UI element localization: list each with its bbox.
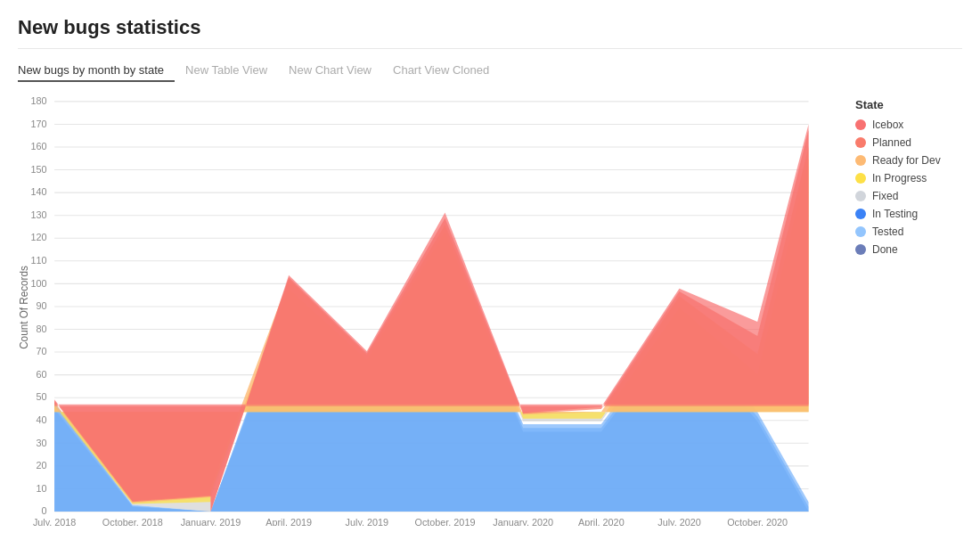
svg-text:120: 120 (30, 233, 46, 243)
tab-bar: New bugs by month by state New Table Vie… (18, 60, 962, 82)
legend-dot-planned (855, 137, 866, 148)
svg-text:130: 130 (30, 209, 46, 220)
svg-text:30: 30 (36, 438, 46, 448)
legend-item-in-testing: In Testing (855, 208, 953, 220)
tab-new-chart-view[interactable]: New Chart View (278, 60, 382, 82)
legend-dot-ready-for-dev (855, 155, 866, 166)
page-title: New bugs statistics (18, 16, 962, 49)
svg-text:80: 80 (36, 324, 46, 334)
legend-dot-tested (855, 226, 866, 237)
svg-text:110: 110 (30, 255, 46, 266)
svg-text:40: 40 (36, 414, 46, 425)
svg-text:180: 180 (30, 95, 46, 106)
legend-dot-fixed (855, 191, 866, 201)
legend-label-tested: Tested (872, 225, 903, 238)
legend-label-ready-for-dev: Ready for Dev (872, 154, 941, 167)
svg-text:January, 2020: January, 2020 (493, 517, 553, 526)
legend-label-icebox: Icebox (872, 119, 903, 131)
chart-legend: State Icebox Planned Ready for Dev In Pr… (837, 89, 962, 526)
legend-label-in-progress: In Progress (872, 172, 927, 184)
chart-svg: 0 10 20 30 40 50 60 70 80 90 100 110 120… (18, 89, 837, 526)
svg-text:100: 100 (30, 278, 46, 289)
svg-text:160: 160 (30, 141, 46, 152)
svg-text:10: 10 (36, 483, 46, 494)
chart-area: 0 10 20 30 40 50 60 70 80 90 100 110 120… (18, 89, 962, 526)
svg-text:170: 170 (30, 119, 46, 129)
svg-text:July, 2019: July, 2019 (346, 517, 388, 526)
svg-text:July, 2020: July, 2020 (657, 517, 700, 526)
legend-dot-in-testing (855, 209, 866, 219)
svg-text:October, 2020: October, 2020 (727, 517, 788, 526)
svg-text:July, 2018: July, 2018 (33, 517, 76, 526)
svg-text:140: 140 (30, 186, 46, 197)
legend-item-fixed: Fixed (855, 190, 953, 202)
svg-text:April, 2020: April, 2020 (578, 517, 625, 526)
svg-text:January, 2019: January, 2019 (181, 517, 241, 526)
legend-dot-icebox (855, 119, 866, 130)
svg-text:20: 20 (36, 460, 46, 471)
legend-item-ready-for-dev: Ready for Dev (855, 154, 953, 167)
legend-item-in-progress: In Progress (855, 172, 953, 184)
svg-text:0: 0 (41, 505, 46, 516)
legend-dot-done (855, 244, 866, 255)
svg-text:90: 90 (36, 300, 46, 311)
svg-text:April, 2019: April, 2019 (265, 517, 312, 526)
legend-item-done: Done (855, 243, 953, 256)
tab-new-table-view[interactable]: New Table View (175, 60, 278, 82)
legend-label-fixed: Fixed (872, 190, 898, 202)
legend-label-planned: Planned (872, 136, 911, 149)
svg-text:50: 50 (36, 391, 46, 402)
legend-item-planned: Planned (855, 136, 953, 149)
legend-item-icebox: Icebox (855, 119, 953, 131)
chart-container: 0 10 20 30 40 50 60 70 80 90 100 110 120… (18, 89, 837, 526)
svg-text:60: 60 (36, 369, 46, 380)
legend-item-tested: Tested (855, 225, 953, 238)
tab-chart-view-cloned[interactable]: Chart View Cloned (382, 60, 500, 82)
legend-title: State (855, 98, 953, 111)
legend-dot-in-progress (855, 173, 866, 184)
legend-label-in-testing: In Testing (872, 208, 918, 220)
svg-text:70: 70 (36, 346, 46, 356)
svg-text:October, 2018: October, 2018 (102, 517, 163, 526)
svg-text:Count Of Records: Count Of Records (18, 266, 30, 349)
legend-label-done: Done (872, 243, 898, 256)
svg-text:150: 150 (30, 164, 46, 175)
svg-text:October, 2019: October, 2019 (415, 517, 476, 526)
tab-bugs-by-month[interactable]: New bugs by month by state (18, 60, 175, 82)
